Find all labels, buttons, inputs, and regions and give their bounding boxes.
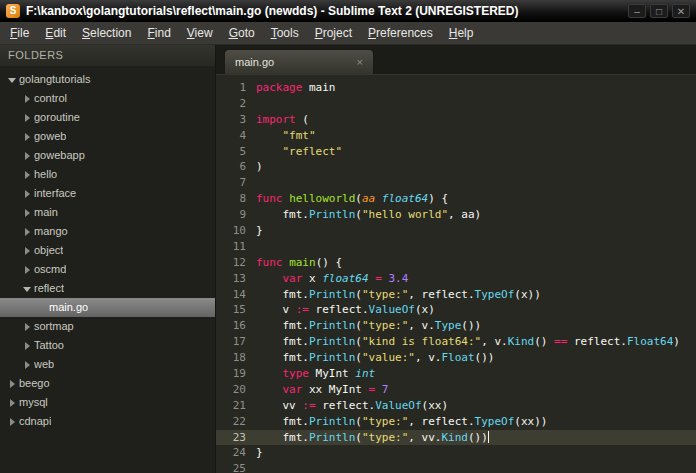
chevron-right-icon[interactable] <box>21 165 34 184</box>
minimize-button[interactable]: – <box>628 4 646 18</box>
code-line-23[interactable]: fmt.Println("type:", vv.Kind()) <box>256 430 696 446</box>
tree-folder-object[interactable]: object <box>0 241 215 260</box>
tree-item-label: mango <box>34 222 68 241</box>
chevron-right-icon[interactable] <box>6 393 19 412</box>
code-line-22[interactable]: fmt.Println("type:", reflect.TypeOf(xx)) <box>256 414 696 430</box>
tree-folder-reflect[interactable]: reflect <box>0 279 215 298</box>
code-line-6[interactable]: ) <box>256 159 696 175</box>
code-line-7[interactable] <box>256 175 696 191</box>
menu-preferences[interactable]: Preferences <box>360 22 441 44</box>
code-line-2[interactable] <box>256 96 696 112</box>
code-line-4[interactable]: "fmt" <box>256 128 696 144</box>
tree-item-label: gowebapp <box>34 146 85 165</box>
close-button[interactable]: ✕ <box>672 4 690 18</box>
menu-help[interactable]: Help <box>441 22 482 44</box>
line-number-19: 19 <box>216 366 256 382</box>
code-line-19[interactable]: type MyInt int <box>256 366 696 382</box>
code-line-12[interactable]: func main() { <box>256 255 696 271</box>
code-line-5[interactable]: "reflect" <box>256 144 696 160</box>
app-icon: S <box>6 4 20 18</box>
code-line-10[interactable]: } <box>256 223 696 239</box>
code-line-17[interactable]: fmt.Println("kind is float64:", v.Kind()… <box>256 334 696 350</box>
chevron-right-icon[interactable] <box>21 317 34 336</box>
menu-project[interactable]: Project <box>307 22 360 44</box>
line-number-11: 11 <box>216 239 256 255</box>
tree-folder-interface[interactable]: interface <box>0 184 215 203</box>
code-line-11[interactable] <box>256 239 696 255</box>
menu-edit[interactable]: Edit <box>37 22 74 44</box>
menu-tools[interactable]: Tools <box>263 22 307 44</box>
tree-folder-web[interactable]: web <box>0 355 215 374</box>
code-editor[interactable]: 1234567891011121314151617181920212223242… <box>216 75 696 473</box>
tree-folder-goroutine[interactable]: goroutine <box>0 108 215 127</box>
chevron-right-icon[interactable] <box>21 260 34 279</box>
tree-folder-mysql[interactable]: mysql <box>0 393 215 412</box>
code-line-9[interactable]: fmt.Println("hello world", aa) <box>256 207 696 223</box>
file-indent-spacer <box>36 298 49 317</box>
chevron-right-icon[interactable] <box>21 241 34 260</box>
tree-folder-gowebapp[interactable]: gowebapp <box>0 146 215 165</box>
chevron-right-icon[interactable] <box>21 127 34 146</box>
chevron-right-icon[interactable] <box>6 374 19 393</box>
code-line-24[interactable]: } <box>256 445 696 461</box>
menu-bar: FileEditSelectionFindViewGotoToolsProjec… <box>0 22 696 45</box>
chevron-down-icon[interactable] <box>21 279 34 298</box>
tab-main-go[interactable]: main.go × <box>224 49 374 74</box>
code-line-8[interactable]: func helloworld(aa float64) { <box>256 191 696 207</box>
tree-folder-golangtutorials[interactable]: golangtutorials <box>0 70 215 89</box>
chevron-right-icon[interactable] <box>6 412 19 431</box>
code-line-18[interactable]: fmt.Println("value:", v.Float()) <box>256 350 696 366</box>
tree-item-label: control <box>34 89 67 108</box>
chevron-right-icon[interactable] <box>21 184 34 203</box>
line-number-2: 2 <box>216 96 256 112</box>
menu-goto[interactable]: Goto <box>221 22 263 44</box>
chevron-right-icon[interactable] <box>21 355 34 374</box>
line-number-21: 21 <box>216 398 256 414</box>
code-line-21[interactable]: vv := reflect.ValueOf(xx) <box>256 398 696 414</box>
line-number-20: 20 <box>216 382 256 398</box>
tree-folder-tattoo[interactable]: Tattoo <box>0 336 215 355</box>
code-line-16[interactable]: fmt.Println("type:", v.Type()) <box>256 318 696 334</box>
tree-item-label: oscmd <box>34 260 66 279</box>
line-number-16: 16 <box>216 318 256 334</box>
code-line-25[interactable] <box>256 461 696 473</box>
chevron-right-icon[interactable] <box>21 222 34 241</box>
code-line-1[interactable]: package main <box>256 80 696 96</box>
tree-file-main.go[interactable]: main.go <box>0 298 215 317</box>
tab-close-icon[interactable]: × <box>357 56 363 68</box>
tree-folder-mango[interactable]: mango <box>0 222 215 241</box>
chevron-right-icon[interactable] <box>21 89 34 108</box>
code-line-15[interactable]: v := reflect.ValueOf(x) <box>256 302 696 318</box>
line-number-17: 17 <box>216 334 256 350</box>
menu-view[interactable]: View <box>179 22 221 44</box>
tree-item-label: cdnapi <box>19 412 51 431</box>
tree-folder-main[interactable]: main <box>0 203 215 222</box>
tree-folder-control[interactable]: control <box>0 89 215 108</box>
chevron-right-icon[interactable] <box>21 108 34 127</box>
title-bar: S F:\kanbox\golangtutorials\reflect\main… <box>0 0 696 22</box>
code-line-20[interactable]: var xx MyInt = 7 <box>256 382 696 398</box>
tree-folder-oscmd[interactable]: oscmd <box>0 260 215 279</box>
menu-selection[interactable]: Selection <box>74 22 139 44</box>
tree-item-label: mysql <box>19 393 48 412</box>
chevron-right-icon[interactable] <box>21 203 34 222</box>
chevron-right-icon[interactable] <box>21 146 34 165</box>
code-line-13[interactable]: var x float64 = 3.4 <box>256 271 696 287</box>
tree-item-label: hello <box>34 165 57 184</box>
tree-folder-goweb[interactable]: goweb <box>0 127 215 146</box>
tree-folder-hello[interactable]: hello <box>0 165 215 184</box>
maximize-button[interactable]: □ <box>650 4 668 18</box>
tree-folder-sortmap[interactable]: sortmap <box>0 317 215 336</box>
line-number-1: 1 <box>216 80 256 96</box>
window-controls: – □ ✕ <box>628 4 690 18</box>
code-line-14[interactable]: fmt.Println("type:", reflect.TypeOf(x)) <box>256 287 696 303</box>
sidebar: FOLDERS golangtutorialscontrolgoroutineg… <box>0 45 216 473</box>
chevron-right-icon[interactable] <box>21 336 34 355</box>
tree-folder-cdnapi[interactable]: cdnapi <box>0 412 215 431</box>
chevron-down-icon[interactable] <box>6 70 19 89</box>
tree-folder-beego[interactable]: beego <box>0 374 215 393</box>
line-number-8: 8 <box>216 191 256 207</box>
menu-file[interactable]: File <box>2 22 37 44</box>
code-line-3[interactable]: import ( <box>256 112 696 128</box>
menu-find[interactable]: Find <box>139 22 178 44</box>
